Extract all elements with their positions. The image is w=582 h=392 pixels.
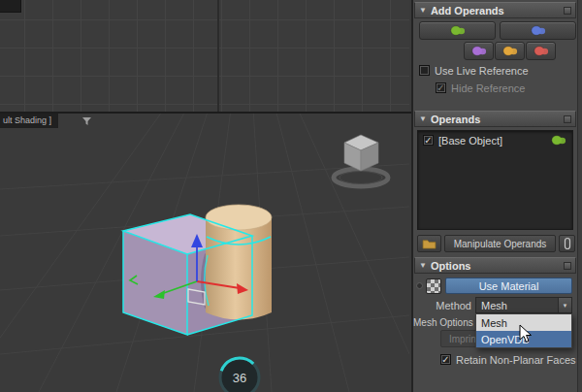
rollout-title: Operands — [431, 114, 480, 125]
list-item-base-object[interactable]: ✓ [Base Object] — [418, 131, 572, 149]
operands-list[interactable]: ✓ [Base Object] — [417, 130, 573, 230]
add-operand-button-4[interactable] — [495, 42, 525, 60]
use-material-label: Use Material — [479, 280, 539, 292]
world-axis-line — [217, 0, 219, 112]
manipulate-operands-button[interactable]: Manipulate Operands — [444, 235, 556, 252]
hide-reference-checkbox[interactable]: ✓ — [436, 82, 446, 93]
rollout-header-operands[interactable]: ▼ Operands — [414, 111, 576, 127]
operand-blob-purple-icon — [470, 45, 488, 57]
mesh-options-label: Mesh Options — [413, 317, 471, 328]
operand-tool-button[interactable] — [559, 235, 575, 252]
imprint-label: Imprint — [449, 334, 479, 344]
rollout-title: Add Operands — [431, 5, 504, 16]
add-operand-button-3[interactable] — [464, 42, 494, 60]
frame-badge-value: 36 — [233, 371, 246, 385]
command-panel: ▼ Add Operands — [411, 0, 582, 392]
method-dropdown[interactable]: Mesh ▼ — [475, 297, 572, 313]
use-live-reference-label: Use Live Reference — [435, 65, 529, 77]
rollout-header-options[interactable]: ▼ Options — [414, 257, 576, 274]
view-cube[interactable] — [334, 135, 388, 186]
filter-icon[interactable] — [81, 116, 92, 126]
panel-scroll-gutter[interactable] — [577, 0, 582, 392]
use-live-reference-checkbox[interactable] — [419, 65, 430, 76]
method-label: Method — [413, 300, 471, 311]
rollout-open-arrow-icon: ▼ — [419, 114, 427, 123]
operand-blob-yellow-icon — [501, 45, 519, 57]
operand-label: [Base Object] — [438, 135, 502, 147]
folder-icon — [422, 238, 436, 249]
viewport-shading-label[interactable]: ult Shading ] — [0, 114, 58, 128]
frame-badge[interactable]: 36 — [214, 352, 264, 392]
add-operand-button-5[interactable] — [526, 42, 556, 60]
material-checker-button[interactable] — [426, 278, 441, 294]
retain-non-planar-label: Retain Non-Planar Faces — [456, 354, 576, 366]
hide-reference-label: Hide Reference — [451, 82, 525, 94]
add-operand-button-2[interactable] — [500, 21, 576, 40]
rollout-title: Options — [431, 260, 471, 272]
add-operand-button-1[interactable] — [419, 21, 496, 40]
viewport-top[interactable] — [0, 0, 409, 112]
method-dropdown-value: Mesh — [476, 300, 558, 311]
roller-icon — [563, 237, 572, 250]
scene-canvas[interactable]: 36 — [0, 114, 409, 392]
rollout-open-arrow-icon: ▼ — [419, 6, 427, 15]
operand-type-icon — [550, 134, 567, 147]
rollout-pin-icon[interactable] — [564, 115, 571, 123]
manipulate-operands-label: Manipulate Operands — [454, 239, 547, 249]
scene-cylinder-operand[interactable] — [206, 205, 272, 320]
rollout-pin-icon[interactable] — [564, 7, 571, 15]
operand-blob-red-icon — [533, 45, 550, 57]
retain-non-planar-checkbox[interactable]: ✓ — [440, 354, 451, 365]
use-material-button[interactable]: Use Material — [445, 278, 572, 294]
operand-blob-blue-icon — [530, 24, 547, 37]
viewport-perspective[interactable]: 36 ult Shading ] — [0, 114, 409, 392]
rollout-open-arrow-icon: ▼ — [419, 261, 427, 270]
operand-blob-green-icon — [449, 24, 467, 37]
rollout-header-add-operands[interactable]: ▼ Add Operands — [414, 2, 576, 18]
chevron-down-icon[interactable]: ▼ — [558, 298, 571, 312]
viewport-top-label-box[interactable] — [0, 0, 21, 13]
mouse-cursor — [519, 324, 533, 343]
viewport-shading-label-text: ult Shading ] — [3, 115, 51, 125]
app-window: 36 ult Shading ] ▼ Add Operands — [0, 0, 582, 392]
rollout-pin-icon[interactable] — [564, 262, 571, 270]
open-operand-button[interactable] — [417, 235, 441, 252]
operand-visible-checkbox[interactable]: ✓ — [423, 135, 434, 146]
material-mode-dot-icon[interactable] — [416, 282, 423, 289]
